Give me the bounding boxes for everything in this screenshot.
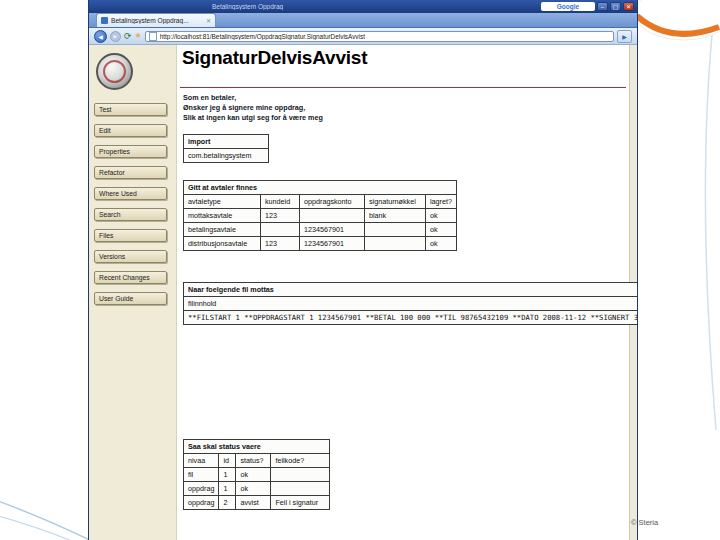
main-area: SignaturDelvisAvvist Som en betaler, Øns… — [178, 45, 630, 540]
go-button[interactable]: ▶ — [617, 30, 632, 43]
story-line: Som en betaler, — [183, 93, 323, 103]
table-cell: ok — [236, 468, 271, 482]
url-text: http://localhost:81/Betalingsystem/Oppdr… — [160, 33, 365, 40]
table-cell: ok — [426, 223, 457, 237]
tab-strip: Betalingsystem Oppdrag... ✕ — [89, 13, 637, 28]
window-title: Betalingsystem Oppdrag — [212, 3, 283, 10]
address-bar[interactable]: http://localhost:81/Betalingsystem/Oppdr… — [145, 31, 614, 42]
table-cell: ok — [426, 237, 457, 251]
browser-titlebar: Betalingsystem Oppdrag Google – ▢ ✕ — [89, 0, 637, 13]
table-title: Naar foelgende fil mottas — [184, 283, 638, 297]
table-cell: avvist — [236, 496, 271, 510]
table-cell: betalingsavtale — [184, 223, 261, 237]
table-cell: blank — [365, 209, 426, 223]
import-table: import com.betalingsystem — [183, 134, 269, 163]
copyright-text: © Steria — [631, 518, 658, 527]
file-content-cell: **FILSTART 1 **OPPDRAGSTART 1 1234567901… — [184, 311, 638, 325]
table-cell: com.betalingsystem — [184, 149, 269, 163]
fitnesse-page: Test Edit Properties Refactor Where Used… — [89, 45, 637, 540]
google-logo: Google — [557, 3, 579, 10]
table-cell: import — [184, 135, 269, 149]
maximize-button[interactable]: ▢ — [610, 2, 621, 11]
table-cell — [300, 209, 365, 223]
table-cell: Feil i signatur — [271, 496, 330, 510]
tab-close-icon[interactable]: ✕ — [206, 17, 211, 24]
sidebar-button-test[interactable]: Test — [94, 103, 167, 116]
column-header: kundeid — [261, 195, 300, 209]
sidebar-button-where-used[interactable]: Where Used — [94, 187, 167, 200]
sidebar-button-search[interactable]: Search — [94, 208, 167, 221]
table-cell: ok — [236, 482, 271, 496]
table-cell: oppdrag — [184, 496, 219, 510]
table-cell — [261, 223, 300, 237]
table-cell: 123 — [261, 209, 300, 223]
table-cell: fil — [184, 468, 219, 482]
table-cell — [271, 482, 330, 496]
back-button[interactable]: ◀ — [94, 30, 107, 43]
story-line: Slik at ingen kan utgi seg for å være me… — [183, 113, 323, 123]
fitnesse-logo — [96, 53, 133, 90]
table-cell: 1234567901 — [300, 223, 365, 237]
page-icon — [149, 32, 157, 41]
navigation-bar: ◀ ▶ ⟳ ★ http://localhost:81/Betalingsyst… — [89, 28, 637, 45]
table-cell: oppdrag — [184, 482, 219, 496]
table-cell: 1 — [219, 468, 236, 482]
table-title: Saa skal status vaere — [184, 440, 330, 454]
table-cell: distribusjonsavtale — [184, 237, 261, 251]
table-cell: mottaksavtale — [184, 209, 261, 223]
table-title: Gitt at avtaler finnes — [184, 181, 457, 195]
sidebar-button-refactor[interactable]: Refactor — [94, 166, 167, 179]
column-header: avtaletype — [184, 195, 261, 209]
sidebar-button-versions[interactable]: Versions — [94, 250, 167, 263]
tab-label: Betalingsystem Oppdrag... — [111, 17, 203, 24]
favorites-star-icon[interactable]: ★ — [135, 32, 142, 40]
table-cell: ok — [426, 209, 457, 223]
sidebar-button-properties[interactable]: Properties — [94, 145, 167, 158]
column-header: lagret? — [426, 195, 457, 209]
sidebar-button-user-guide[interactable]: User Guide — [94, 292, 167, 305]
sidebar-button-recent-changes[interactable]: Recent Changes — [94, 271, 167, 284]
story-text: Som en betaler, Ønsker jeg å signere min… — [183, 93, 323, 123]
page-favicon-icon — [101, 17, 108, 24]
sidebar-button-edit[interactable]: Edit — [94, 124, 167, 137]
table-cell: 2 — [219, 496, 236, 510]
table-cell — [365, 223, 426, 237]
title-rule — [180, 87, 626, 88]
close-button[interactable]: ✕ — [623, 2, 634, 11]
minimize-button[interactable]: – — [597, 2, 608, 11]
table-cell — [271, 468, 330, 482]
column-header: signaturnøkkel — [365, 195, 426, 209]
column-header: id — [219, 454, 236, 468]
table-cell: 1234567901 — [300, 237, 365, 251]
presentation-slide: © Steria Betalingsystem Oppdrag Google –… — [0, 0, 720, 540]
sidebar-button-files[interactable]: Files — [94, 229, 167, 242]
column-header: nivaa — [184, 454, 219, 468]
tab-betalingsystem[interactable]: Betalingsystem Oppdrag... ✕ — [96, 13, 216, 27]
story-line: Ønsker jeg å signere mine oppdrag, — [183, 103, 323, 113]
browser-window: Betalingsystem Oppdrag Google – ▢ ✕ Beta… — [88, 0, 638, 540]
fil-table: Naar foelgende fil mottas filinnhold kun… — [183, 282, 637, 325]
table-cell: 123 — [261, 237, 300, 251]
column-header: status? — [236, 454, 271, 468]
column-header: filinnhold — [184, 297, 638, 311]
refresh-icon[interactable]: ⟳ — [124, 32, 132, 41]
fitnesse-sidebar: Test Edit Properties Refactor Where Used… — [89, 45, 177, 540]
page-title: SignaturDelvisAvvist — [182, 47, 367, 69]
google-search-box[interactable]: Google — [541, 2, 595, 11]
forward-button[interactable]: ▶ — [110, 31, 121, 42]
column-header: feilkode? — [271, 454, 330, 468]
table-cell: 1 — [219, 482, 236, 496]
status-table: Saa skal status vaere nivaa id status? f… — [183, 439, 330, 510]
table-cell — [365, 237, 426, 251]
avtaler-table: Gitt at avtaler finnes avtaletype kundei… — [183, 180, 457, 251]
column-header: oppdragskonto — [300, 195, 365, 209]
